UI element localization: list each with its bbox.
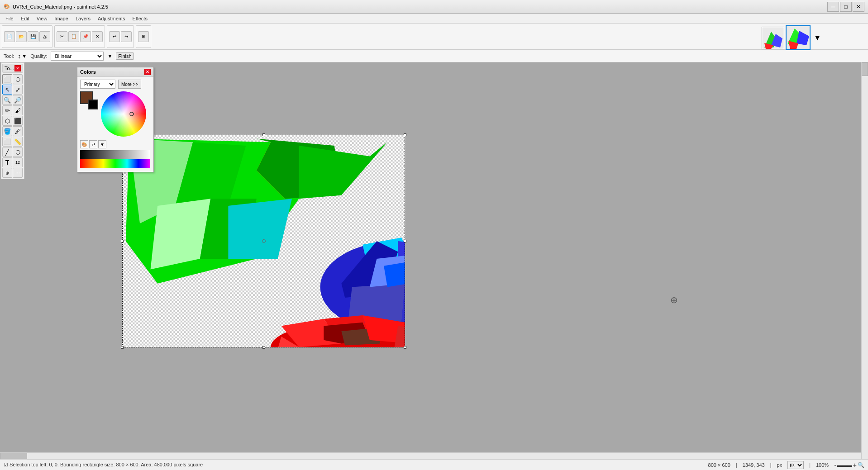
palette-strip[interactable] (80, 150, 150, 168)
zoom-in-icon[interactable]: + (853, 461, 857, 469)
color-picker-tool[interactable]: ⬜ (2, 137, 12, 147)
statusbar: ☑ Selection top left: 0, 0. Bounding rec… (0, 459, 868, 470)
eraser-tool[interactable]: ⬡ (2, 116, 12, 126)
shapes-tool[interactable]: ⬡ (13, 147, 23, 157)
minimize-button[interactable]: ─ (827, 2, 839, 12)
tools-panel-header[interactable]: To... ✕ (2, 64, 23, 73)
colors-panel-close[interactable]: ✕ (144, 69, 151, 75)
unit-select[interactable]: px cm in (787, 461, 804, 469)
grid-button[interactable]: ⊞ (138, 31, 149, 42)
menu-item-view[interactable]: View (33, 15, 51, 22)
zoom-fit-icon[interactable]: 🔍 (858, 462, 864, 468)
undo-button[interactable]: ↩ (109, 31, 120, 42)
tool-label: Tool: (4, 53, 14, 59)
colors-panel-header[interactable]: Colors ✕ (77, 67, 153, 77)
menubar: FileEditViewImageLayersAdjustmentsEffect… (0, 14, 868, 24)
copy-button[interactable]: 📋 (68, 31, 79, 42)
swap-colors-icon[interactable]: ⇄ (89, 140, 97, 148)
selection-handle-bl[interactable] (121, 346, 124, 349)
color-wheel-area (101, 91, 151, 138)
selection-handle-br[interactable] (404, 346, 406, 349)
quality-select[interactable]: Bilinear Nearest Neighbor Bicubic (51, 52, 104, 61)
menu-item-image[interactable]: Image (51, 15, 72, 22)
vertical-scroll-thumb[interactable] (862, 62, 868, 76)
text-num-tool[interactable]: 12 (13, 157, 23, 167)
tool-row-9: T 12 (2, 157, 23, 167)
palette-icon[interactable]: 🎨 (80, 140, 88, 148)
finish-label: Finish (118, 53, 131, 59)
menu-item-edit[interactable]: Edit (17, 15, 33, 22)
print-button[interactable]: 🖨 (39, 31, 50, 42)
secondary-swatch[interactable] (88, 100, 98, 109)
selection-handle-ml[interactable] (121, 240, 124, 242)
menu-item-effects[interactable]: Effects (129, 15, 151, 22)
zoom-in-tool[interactable]: 🔍 (2, 95, 12, 105)
close-button[interactable]: ✕ (853, 2, 864, 12)
tool-row-1: ⬜ ⬡ (2, 74, 23, 84)
gradient-tool[interactable]: 📏 (13, 137, 23, 147)
color-icons-row: 🎨 ⇄ ▼ (80, 140, 151, 148)
titlebar: 🎨 UVRef_Cube_Material.png - paint.net 4.… (0, 0, 868, 14)
rectangle-select-tool[interactable]: ⬜ (2, 74, 12, 84)
zoom-slider[interactable]: ▬▬▬ (837, 462, 852, 468)
finish-button[interactable]: Finish (116, 52, 134, 60)
save-button[interactable]: 💾 (28, 31, 38, 42)
vertical-scrollbar[interactable] (861, 62, 868, 459)
menu-item-file[interactable]: File (2, 15, 17, 22)
zoom-out-icon[interactable]: - (834, 461, 836, 469)
status-zoom: 100% (816, 462, 829, 468)
color-wheel[interactable] (101, 91, 146, 137)
horizontal-scroll-thumb[interactable] (0, 453, 27, 459)
history-dropdown[interactable]: ▼ (812, 32, 823, 44)
tool-dropdown-icon[interactable]: ▼ (22, 53, 27, 59)
color-options-icon[interactable]: ▼ (98, 140, 106, 148)
horizontal-scrollbar[interactable] (0, 452, 861, 459)
open-button[interactable]: 📂 (16, 31, 27, 42)
selection-handle-mr[interactable] (404, 240, 406, 242)
move-tool[interactable]: ↖ (2, 85, 12, 95)
tool-row-7: ⬜ 📏 (2, 137, 23, 147)
rotate-zoom-tool[interactable]: ⤢ (13, 85, 23, 95)
menu-item-adjustments[interactable]: Adjustments (94, 15, 129, 22)
extra-tool[interactable]: ⋯ (13, 168, 23, 178)
tools-close-button[interactable]: ✕ (14, 65, 21, 71)
color-mode-select[interactable]: Primary Secondary (80, 80, 115, 89)
history-thumbnails: ▼ (762, 25, 823, 50)
recolor-tool[interactable]: 🖊 (13, 126, 23, 136)
tool-selector[interactable]: ↕ ▼ (18, 52, 27, 60)
selection-tool[interactable]: ⬛ (13, 116, 23, 126)
selection-handle-bc[interactable] (262, 346, 265, 349)
tool-options-bar: Tool: ↕ ▼ Quality: Bilinear Nearest Neig… (0, 50, 868, 62)
transform-tool[interactable]: ⊕ (2, 168, 12, 178)
paste-button[interactable]: 📌 (80, 31, 91, 42)
delete-button[interactable]: ✕ (92, 31, 103, 42)
canvas-svg (122, 135, 405, 347)
move-cursor-icon: ⊕ (670, 294, 678, 305)
brush-tool[interactable]: 🖌 (13, 105, 23, 115)
maximize-button[interactable]: □ (840, 2, 852, 12)
status-separator-1: | (736, 462, 737, 468)
tools-panel: To... ✕ ⬜ ⬡ ↖ ⤢ 🔍 🔎 ✏ 🖌 ⬡ ⬛ 🪣 🖊 (1, 62, 24, 179)
tools-panel-title: To... (5, 66, 14, 71)
titlebar-controls: ─ □ ✕ (827, 2, 864, 12)
tool-row-10: ⊕ ⋯ (2, 168, 23, 178)
new-button[interactable]: 📄 (4, 31, 15, 42)
pencil-tool[interactable]: ✏ (2, 105, 12, 115)
menu-item-layers[interactable]: Layers (72, 15, 94, 22)
fill-tool[interactable]: 🪣 (2, 126, 12, 136)
cut-button[interactable]: ✂ (57, 31, 67, 42)
line-tool[interactable]: ╱ (2, 147, 12, 157)
text-tool[interactable]: T (2, 157, 12, 167)
tool-arrow-icon: ↕ (18, 52, 21, 60)
selection-handle-tc[interactable] (262, 133, 265, 136)
quality-dropdown-icon[interactable]: ▼ (107, 53, 112, 59)
history-thumb-2[interactable] (786, 25, 811, 50)
toolbar-file-section: 📄 📂 💾 🖨 (2, 25, 52, 48)
selection-handle-tr[interactable] (404, 133, 406, 136)
redo-button[interactable]: ↪ (121, 31, 132, 42)
more-button[interactable]: More >> (118, 80, 141, 89)
tool-row-2: ↖ ⤢ (2, 85, 23, 95)
history-thumb-1[interactable] (762, 27, 784, 49)
zoom-out-tool[interactable]: 🔎 (13, 95, 23, 105)
lasso-select-tool[interactable]: ⬡ (13, 74, 23, 84)
